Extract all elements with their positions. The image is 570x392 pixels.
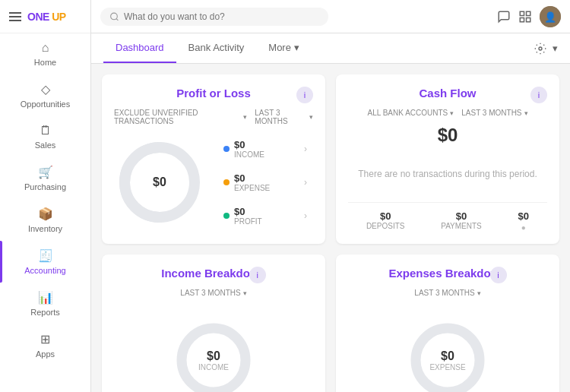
bank-accounts-filter[interactable]: ALL BANK ACCOUNTS [367, 109, 454, 117]
profit-loss-body: $0 $0 INCOME › [114, 134, 313, 230]
dashboard-content: Profit or Loss i EXCLUDE UNVERIFIED TRAN… [91, 64, 570, 392]
expenses-breakdown-filters: LAST 3 MONTHS [414, 289, 480, 297]
expense-chevron-icon: › [304, 177, 307, 188]
sidebar-item-purchasing[interactable]: 🛒 Purchasing [0, 157, 90, 199]
expenses-breakdown-card: Expenses Breakdown i LAST 3 MONTHS $0 EX… [336, 254, 559, 392]
sidebar: ONE UP ⌂ Home ◇ Opportunities 🗒 Sales 🛒 … [0, 0, 91, 392]
reports-icon: 📊 [38, 290, 53, 305]
topbar-right: 👤 [497, 6, 561, 27]
income-breakdown-info-button[interactable]: i [249, 267, 266, 283]
svg-point-0 [111, 13, 118, 20]
sidebar-item-apps[interactable]: ⊞ Apps [0, 324, 90, 366]
profit-item[interactable]: $0 PROFIT › [217, 201, 313, 230]
tab-bank-activity[interactable]: Bank Activity [176, 33, 257, 63]
search-icon [109, 11, 119, 22]
tab-dashboard[interactable]: Dashboard [103, 33, 176, 63]
expenses-breakdown-title: Expenses Breakdown [388, 267, 506, 280]
svg-rect-2 [520, 11, 524, 15]
accounting-icon: 🧾 [38, 248, 53, 263]
avatar[interactable]: 👤 [540, 6, 561, 27]
profit-label: PROFIT [234, 217, 262, 226]
chevron-down-icon: ▾ [294, 42, 299, 53]
profit-loss-filters: EXCLUDE UNVERIFIED TRANSACTIONS LAST 3 M… [114, 109, 313, 125]
sidebar-item-label: Accounting [24, 266, 65, 275]
profit-loss-filter1[interactable]: EXCLUDE UNVERIFIED TRANSACTIONS [114, 109, 247, 125]
sidebar-item-opportunities[interactable]: ◇ Opportunities [0, 74, 90, 116]
income-donut-amount: $0 [198, 349, 229, 363]
income-breakdown-header: Income Breakdown i [161, 267, 266, 286]
purchasing-icon: 🛒 [38, 165, 53, 179]
grid-icon[interactable] [518, 10, 532, 24]
sidebar-item-label: Purchasing [24, 182, 66, 191]
settings-icon[interactable] [534, 43, 546, 55]
income-breakdown-filter[interactable]: LAST 3 MONTHS [180, 289, 246, 297]
expense-dot [223, 179, 230, 185]
profit-items-list: $0 INCOME › $0 EXPENSE [217, 134, 313, 230]
income-donut-label: INCOME [198, 363, 229, 371]
income-item[interactable]: $0 INCOME › [217, 134, 313, 163]
expenses-breakdown-donut: $0 EXPENSE [406, 318, 489, 392]
cash-flow-footer: $0 DEPOSITS $0 PAYMENTS $0 ● [348, 202, 547, 232]
sidebar-item-home[interactable]: ⌂ Home [0, 33, 90, 74]
svg-line-1 [116, 18, 118, 20]
income-breakdown-filters: LAST 3 MONTHS [180, 289, 246, 297]
profit-donut-chart: $0 [114, 137, 205, 228]
expenses-donut-label: EXPENSE [429, 363, 465, 371]
main-area: 👤 Dashboard Bank Activity More ▾ ▾ Profi… [91, 0, 570, 392]
no-transactions-message: There are no transactions during this pe… [348, 169, 547, 179]
sidebar-item-accounting[interactable]: 🧾 Accounting [0, 241, 90, 283]
chevron-down-icon: ▾ [553, 43, 558, 54]
income-breakdown-card: Income Breakdown i LAST 3 MONTHS $0 INCO… [102, 254, 325, 392]
payments-stat: $0 PAYMENTS [441, 210, 482, 232]
home-icon: ⌂ [42, 41, 49, 55]
expense-label: EXPENSE [234, 184, 270, 192]
profit-loss-filter2[interactable]: LAST 3 MONTHS [255, 109, 313, 125]
inventory-icon: 📦 [38, 207, 53, 221]
expense-amount: $0 [234, 172, 270, 184]
cash-flow-info-button[interactable]: i [530, 87, 547, 103]
profit-loss-info-button[interactable]: i [296, 87, 313, 103]
search-box[interactable] [100, 8, 328, 26]
svg-rect-5 [520, 17, 524, 21]
sidebar-item-label: Home [34, 58, 56, 67]
profit-loss-card: Profit or Loss i EXCLUDE UNVERIFIED TRAN… [102, 74, 325, 244]
expenses-breakdown-filter[interactable]: LAST 3 MONTHS [414, 289, 480, 297]
profit-loss-title: Profit or Loss [176, 87, 251, 100]
expenses-breakdown-header: Expenses Breakdown i [388, 267, 506, 286]
sidebar-item-inventory[interactable]: 📦 Inventory [0, 199, 90, 241]
profit-amount: $0 [234, 206, 262, 217]
apps-icon: ⊞ [40, 332, 50, 346]
topbar: 👤 [91, 0, 570, 33]
expenses-donut-amount: $0 [429, 349, 465, 363]
deposits-stat: $0 DEPOSITS [366, 210, 405, 232]
svg-rect-3 [527, 11, 530, 15]
sidebar-item-reports[interactable]: 📊 Reports [0, 283, 90, 324]
sidebar-header: ONE UP [0, 0, 90, 33]
tabbar-settings: ▾ [534, 43, 558, 55]
expenses-breakdown-info-button[interactable]: i [490, 267, 507, 283]
app-logo: ONE UP [27, 11, 66, 23]
hamburger-menu[interactable] [9, 12, 21, 21]
sidebar-item-sales[interactable]: 🗒 Sales [0, 116, 90, 157]
search-input[interactable] [124, 11, 319, 22]
svg-rect-4 [527, 17, 530, 21]
profit-chevron-icon: › [304, 210, 307, 221]
sidebar-item-label: Opportunities [21, 100, 70, 109]
income-label: INCOME [234, 150, 264, 159]
chat-icon[interactable] [497, 10, 511, 24]
svg-point-8 [539, 47, 542, 50]
income-breakdown-donut: $0 INCOME [172, 318, 255, 392]
income-amount: $0 [234, 139, 264, 150]
tab-more[interactable]: More ▾ [256, 33, 312, 63]
income-chevron-icon: › [304, 144, 307, 154]
expense-item[interactable]: $0 EXPENSE › [217, 168, 313, 197]
payments-amount: $0 [441, 210, 482, 222]
cash-flow-period-filter[interactable]: LAST 3 MONTHS [461, 109, 527, 117]
cash-flow-title: Cash Flow [419, 87, 476, 100]
other-stat: $0 ● [518, 210, 529, 232]
cash-flow-filters: ALL BANK ACCOUNTS LAST 3 MONTHS [348, 109, 547, 117]
other-icon: ● [518, 223, 529, 232]
cash-flow-card: Cash Flow i ALL BANK ACCOUNTS LAST 3 MON… [336, 74, 559, 244]
income-dot [223, 146, 230, 152]
cash-flow-header: Cash Flow i [348, 87, 547, 106]
